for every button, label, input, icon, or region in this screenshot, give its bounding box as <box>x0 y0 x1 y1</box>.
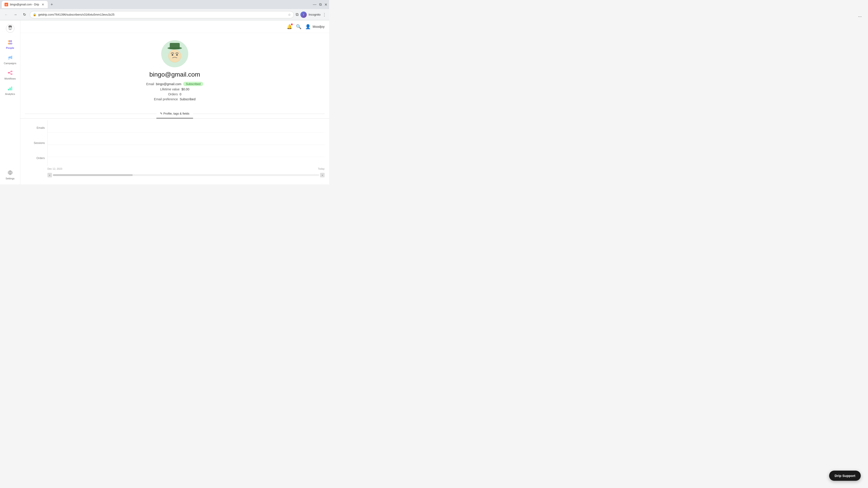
lifetime-value-label: Lifetime value <box>160 88 180 91</box>
orders-chart-row <box>48 145 324 157</box>
tab-profile-tags-fields[interactable]: ✎ Profile, tags & fields <box>156 109 193 119</box>
orders-label: Orders <box>168 92 178 96</box>
forward-button[interactable]: → <box>12 11 19 18</box>
browser-menu-button[interactable]: ⋮ <box>322 12 327 17</box>
orders-value: 0 <box>180 92 181 96</box>
svg-point-21 <box>9 172 11 173</box>
address-bar[interactable]: 🔒 getdrip.com/7641396/subscribers/x31t6x… <box>30 11 294 18</box>
tab-divider-right <box>193 113 324 114</box>
email-preference-row: Email preference Subscribed <box>154 97 195 101</box>
incognito-label: Incognito <box>309 13 320 16</box>
profile-section: bingo@gmail.com Email bingo@gmail.com Su… <box>20 33 329 107</box>
emails-label: Emails <box>25 126 45 129</box>
browser-profile-avatar[interactable]: I <box>301 11 307 18</box>
browser-tab[interactable]: D bingo@gmail.com - Drip ✕ <box>2 1 48 8</box>
svg-rect-25 <box>170 48 180 49</box>
toolbar-right: ⧉ I Incognito ⋮ <box>296 11 327 18</box>
lifetime-value: $0.00 <box>182 88 189 91</box>
orders-row: Orders 0 <box>168 92 182 96</box>
close-button[interactable]: ✕ <box>324 2 327 7</box>
tab-title: bingo@gmail.com - Drip <box>10 3 39 6</box>
sidebar-item-workflows[interactable]: Workflows <box>1 67 19 82</box>
svg-rect-14 <box>11 71 12 72</box>
sidebar-item-analytics[interactable]: Analytics <box>1 83 19 97</box>
user-menu[interactable]: 👤 Moodjoy <box>305 24 324 29</box>
user-avatar-icon: 👤 <box>305 24 311 29</box>
email-row: Email bingo@gmail.com Subscribed <box>146 82 203 86</box>
svg-rect-7 <box>9 26 11 27</box>
email-preference-label: Email preference <box>154 97 178 101</box>
subscribed-badge: Subscribed <box>183 82 203 86</box>
svg-rect-15 <box>11 73 12 75</box>
svg-text:D: D <box>6 4 7 6</box>
emails-chart-row <box>48 121 324 133</box>
bookmark-icon[interactable]: ☆ <box>288 13 291 17</box>
workflows-icon <box>6 69 14 76</box>
sidebar-item-settings[interactable]: Settings <box>1 167 19 182</box>
sessions-chart-row <box>48 133 324 145</box>
refresh-button[interactable]: ↻ <box>21 11 28 18</box>
svg-point-8 <box>8 40 10 42</box>
tab-profile-label: ✎ Profile, tags & fields <box>160 112 189 115</box>
scrollbar-thumb[interactable] <box>53 174 133 176</box>
sessions-label: Sessions <box>25 141 45 144</box>
drip-logo[interactable] <box>5 23 16 34</box>
browser-chrome: D bingo@gmail.com - Drip ✕ + — ⧉ ✕ ← → ↻… <box>0 0 329 20</box>
svg-rect-20 <box>11 87 12 90</box>
date-start-label: Dec 12, 2023 <box>48 167 62 170</box>
top-bar: 🔔 🔍 👤 Moodjoy <box>20 20 329 33</box>
svg-point-27 <box>172 54 174 56</box>
activity-section: Emails Sessions Orders <box>20 119 329 184</box>
svg-rect-19 <box>9 88 11 90</box>
sidebar-item-settings-label: Settings <box>6 177 15 180</box>
analytics-icon <box>6 85 14 92</box>
security-lock-icon: 🔒 <box>33 13 36 16</box>
svg-line-17 <box>10 73 11 74</box>
scrollbar-track <box>53 174 319 176</box>
lifetime-value-row: Lifetime value $0.00 <box>160 88 189 91</box>
sidebar-item-people[interactable]: People <box>1 37 19 51</box>
notification-dot <box>291 24 293 25</box>
search-icon[interactable]: 🔍 <box>296 24 302 29</box>
settings-icon <box>6 169 14 176</box>
svg-point-4 <box>9 27 10 28</box>
scroll-right-button[interactable]: › <box>320 173 324 177</box>
svg-point-29 <box>174 57 176 57</box>
profile-avatar <box>161 40 188 67</box>
date-end-label: Today <box>318 167 324 170</box>
email-value: bingo@gmail.com <box>156 82 181 86</box>
extensions-icon[interactable]: ⧉ <box>296 12 299 17</box>
sidebar-item-workflows-label: Workflows <box>4 77 16 80</box>
sidebar-item-analytics-label: Analytics <box>5 93 15 95</box>
profile-meta: Email bingo@gmail.com Subscribed Lifetim… <box>146 82 203 101</box>
sidebar-item-campaigns-label: Campaigns <box>4 62 17 65</box>
email-label: Email <box>146 82 154 86</box>
chart-area <box>48 121 324 166</box>
sidebar-item-campaigns[interactable]: Campaigns <box>1 52 19 66</box>
sidebar: People Campaigns <box>0 20 20 184</box>
minimize-button[interactable]: — <box>313 2 316 6</box>
svg-point-11 <box>10 43 12 44</box>
browser-titlebar: D bingo@gmail.com - Drip ✕ + — ⧉ ✕ <box>0 0 329 9</box>
scroll-left-button[interactable]: ‹ <box>48 173 52 177</box>
restore-button[interactable]: ⧉ <box>319 2 322 6</box>
tab-favicon: D <box>4 3 8 6</box>
app-layout: People Campaigns <box>0 20 329 184</box>
svg-point-9 <box>10 40 12 42</box>
window-controls: — ⧉ ✕ <box>313 2 327 7</box>
activity-labels: Emails Sessions Orders <box>25 121 48 166</box>
username-label: Moodjoy <box>313 25 324 29</box>
svg-point-12 <box>8 58 9 60</box>
svg-rect-18 <box>8 89 9 90</box>
notification-bell-icon[interactable]: 🔔 <box>287 24 292 29</box>
back-button[interactable]: ← <box>3 11 10 18</box>
campaigns-icon <box>6 54 14 61</box>
svg-point-5 <box>11 27 11 28</box>
main-content: 🔔 🔍 👤 Moodjoy ··· <box>20 20 329 184</box>
svg-point-28 <box>176 54 178 56</box>
new-tab-button[interactable]: + <box>49 1 55 8</box>
orders-label: Orders <box>25 157 45 160</box>
people-icon <box>6 38 14 46</box>
profile-email-heading: bingo@gmail.com <box>149 71 200 78</box>
tab-close-button[interactable]: ✕ <box>41 2 45 6</box>
